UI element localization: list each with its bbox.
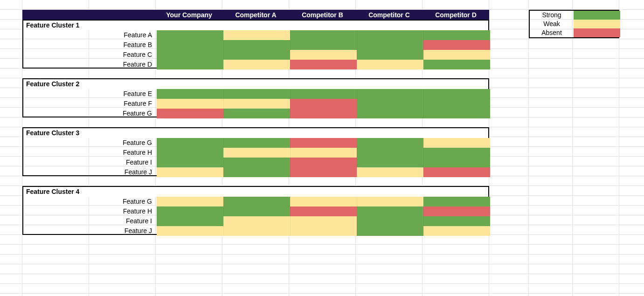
feature-row-spacer [23, 226, 90, 236]
feature-value-cell[interactable] [357, 138, 423, 148]
legend-box: Strong Weak Absent [529, 10, 619, 38]
feature-value-cell[interactable] [223, 109, 290, 118]
feature-value-cell[interactable] [290, 158, 357, 167]
feature-value-cell[interactable] [290, 40, 357, 50]
feature-value-cell[interactable] [157, 138, 223, 148]
feature-value-cell[interactable] [157, 167, 223, 177]
legend-label-weak: Weak [530, 20, 574, 28]
feature-value-cell[interactable] [157, 226, 223, 236]
feature-row: Feature A [23, 30, 488, 40]
feature-value-cell[interactable] [290, 167, 357, 177]
feature-value-cell[interactable] [357, 197, 423, 207]
feature-label: Feature I [90, 158, 157, 167]
feature-value-cell[interactable] [223, 148, 290, 158]
cluster-title: Feature Cluster 3 [23, 128, 488, 138]
legend-swatch-strong [574, 11, 620, 20]
feature-value-cell[interactable] [157, 109, 223, 118]
feature-row-spacer [23, 158, 90, 167]
feature-label: Feature E [90, 89, 157, 99]
feature-label: Feature H [90, 148, 157, 158]
feature-value-cell[interactable] [223, 207, 290, 216]
feature-value-cell[interactable] [423, 148, 490, 158]
feature-value-cell[interactable] [357, 30, 423, 40]
feature-value-cell[interactable] [357, 99, 423, 109]
feature-value-cell[interactable] [223, 40, 290, 50]
feature-row-spacer [23, 99, 90, 109]
feature-value-cell[interactable] [357, 40, 423, 50]
feature-value-cell[interactable] [223, 50, 290, 60]
feature-value-cell[interactable] [157, 148, 223, 158]
feature-value-cell[interactable] [290, 226, 357, 236]
spreadsheet-sheet: Your Company Competitor A Competitor B C… [0, 0, 644, 296]
feature-value-cell[interactable] [290, 99, 357, 109]
feature-label: Feature G [90, 138, 157, 148]
feature-value-cell[interactable] [357, 50, 423, 60]
feature-value-cell[interactable] [157, 60, 223, 69]
header-competitor-d: Competitor D [422, 11, 489, 19]
feature-value-cell[interactable] [290, 197, 357, 207]
feature-value-cell[interactable] [357, 89, 423, 99]
feature-value-cell[interactable] [357, 148, 423, 158]
feature-value-cell[interactable] [423, 197, 490, 207]
feature-value-cell[interactable] [290, 207, 357, 216]
feature-label: Feature I [90, 216, 157, 226]
feature-value-cell[interactable] [423, 207, 490, 216]
feature-value-cell[interactable] [423, 99, 490, 109]
feature-value-cell[interactable] [223, 167, 290, 177]
feature-value-cell[interactable] [223, 138, 290, 148]
feature-value-cell[interactable] [157, 99, 223, 109]
feature-value-cell[interactable] [357, 207, 423, 216]
feature-value-cell[interactable] [157, 89, 223, 99]
feature-value-cell[interactable] [423, 30, 490, 40]
feature-value-cell[interactable] [157, 50, 223, 60]
feature-value-cell[interactable] [357, 109, 423, 118]
feature-row: Feature H [23, 207, 488, 216]
feature-value-cell[interactable] [423, 109, 490, 118]
feature-value-cell[interactable] [223, 158, 290, 167]
feature-value-cell[interactable] [157, 158, 223, 167]
legend-row-absent: Absent [530, 28, 618, 37]
feature-value-cell[interactable] [223, 216, 290, 226]
feature-value-cell[interactable] [357, 216, 423, 226]
feature-value-cell[interactable] [223, 30, 290, 40]
feature-value-cell[interactable] [423, 158, 490, 167]
feature-row: Feature J [23, 167, 488, 177]
feature-value-cell[interactable] [357, 167, 423, 177]
feature-value-cell[interactable] [290, 109, 357, 118]
legend-label-strong: Strong [530, 11, 574, 20]
feature-row: Feature D [23, 60, 488, 69]
feature-value-cell[interactable] [290, 89, 357, 99]
feature-value-cell[interactable] [157, 40, 223, 50]
feature-value-cell[interactable] [223, 99, 290, 109]
feature-value-cell[interactable] [423, 138, 490, 148]
feature-value-cell[interactable] [357, 226, 423, 236]
feature-value-cell[interactable] [290, 216, 357, 226]
feature-value-cell[interactable] [157, 197, 223, 207]
legend-label-absent: Absent [530, 28, 574, 37]
feature-value-cell[interactable] [290, 138, 357, 148]
feature-value-cell[interactable] [290, 148, 357, 158]
feature-row-spacer [23, 89, 90, 99]
feature-value-cell[interactable] [357, 158, 423, 167]
feature-value-cell[interactable] [423, 167, 490, 177]
feature-value-cell[interactable] [423, 89, 490, 99]
cluster-title: Feature Cluster 4 [23, 187, 488, 197]
feature-value-cell[interactable] [423, 226, 490, 236]
feature-value-cell[interactable] [290, 30, 357, 40]
feature-value-cell[interactable] [290, 60, 357, 69]
feature-value-cell[interactable] [157, 207, 223, 216]
feature-value-cell[interactable] [223, 197, 290, 207]
feature-value-cell[interactable] [423, 60, 490, 69]
feature-value-cell[interactable] [423, 40, 490, 50]
feature-value-cell[interactable] [357, 60, 423, 69]
feature-value-cell[interactable] [223, 60, 290, 69]
feature-value-cell[interactable] [157, 30, 223, 40]
feature-value-cell[interactable] [423, 216, 490, 226]
feature-label: Feature H [90, 207, 157, 216]
feature-value-cell[interactable] [223, 226, 290, 236]
feature-value-cell[interactable] [223, 89, 290, 99]
feature-value-cell[interactable] [157, 216, 223, 226]
feature-value-cell[interactable] [290, 50, 357, 60]
feature-value-cell[interactable] [423, 50, 490, 60]
feature-row: Feature G [23, 197, 488, 207]
